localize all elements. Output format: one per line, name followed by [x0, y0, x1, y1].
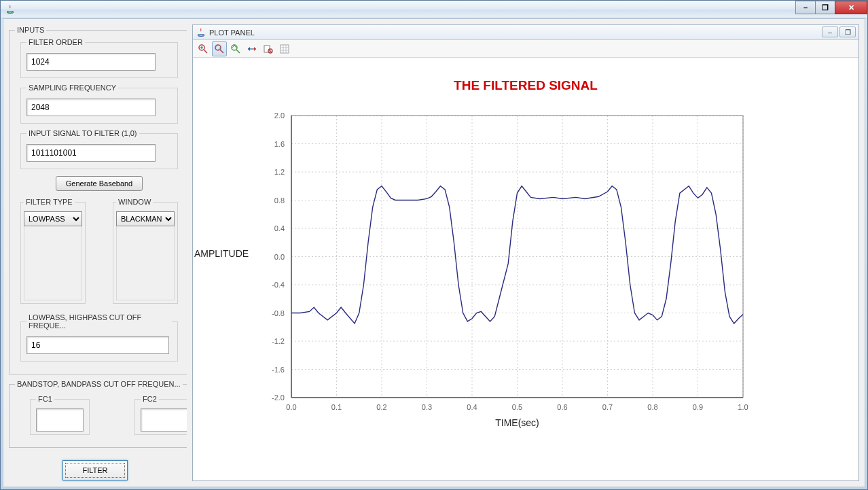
- filter-order-group: FILTER ORDER: [20, 38, 178, 78]
- svg-text:0.2: 0.2: [376, 403, 386, 411]
- svg-text:0.1: 0.1: [331, 403, 342, 411]
- svg-text:2.0: 2.0: [274, 111, 285, 120]
- java-icon: [5, 4, 16, 15]
- svg-text:-0.8: -0.8: [272, 309, 285, 317]
- svg-text:TIME(sec): TIME(sec): [495, 417, 539, 428]
- sampling-freq-group: SAMPLING FREQUENCY: [20, 84, 178, 124]
- svg-text:0.3: 0.3: [422, 403, 432, 411]
- svg-text:-1.6: -1.6: [272, 366, 285, 374]
- zoom-in-icon[interactable]: [196, 41, 211, 56]
- plot-maximize-button[interactable]: ❐: [839, 27, 856, 37]
- bandstop-fieldset: BANDSTOP, BANDPASS CUT OFF FREQUEN... FC…: [9, 380, 206, 448]
- svg-text:1.2: 1.2: [274, 168, 285, 176]
- fc1-label: FC1: [36, 395, 54, 403]
- svg-line-7: [220, 50, 223, 53]
- plot-panel-titlebar[interactable]: PLOT PANEL – ❐: [193, 25, 858, 40]
- java-icon: [196, 27, 206, 38]
- reset-icon[interactable]: [261, 41, 276, 56]
- svg-text:0.7: 0.7: [602, 403, 613, 411]
- zoom-fit-icon[interactable]: [228, 41, 243, 56]
- plot-area: PLOT PANEL – ❐ THE FILTERED SIGNAL: [187, 19, 865, 487]
- inputs-legend: INPUTS: [15, 26, 46, 34]
- svg-text:0.4: 0.4: [467, 403, 477, 411]
- window-space: [116, 226, 175, 300]
- plot-panel-window: PLOT PANEL – ❐ THE FILTERED SIGNAL: [192, 24, 859, 481]
- fc1-group: FC1: [30, 395, 90, 435]
- sampling-freq-label: SAMPLING FREQUENCY: [26, 84, 118, 92]
- minimize-button[interactable]: –: [795, 1, 816, 14]
- window-label: WINDOW: [116, 198, 153, 206]
- svg-text:0.0: 0.0: [274, 253, 285, 261]
- pan-icon[interactable]: [245, 41, 259, 56]
- svg-text:0.0: 0.0: [286, 403, 296, 411]
- chart-svg: 0.00.10.20.30.40.50.60.70.80.91.0-2.0-1.…: [193, 109, 845, 489]
- fc2-input[interactable]: [141, 408, 188, 432]
- inputs-panel: INPUTS FILTER ORDER SAMPLING FREQUENCY I…: [3, 19, 187, 487]
- app-titlebar[interactable]: – ❐ ✕: [1, 1, 867, 18]
- svg-text:0.8: 0.8: [647, 403, 657, 411]
- inputs-fieldset: INPUTS FILTER ORDER SAMPLING FREQUENCY I…: [9, 26, 189, 374]
- fc2-group: FC2: [134, 395, 194, 435]
- svg-rect-14: [264, 46, 270, 52]
- plot-toolbar: [193, 40, 858, 58]
- svg-text:-1.2: -1.2: [272, 337, 285, 345]
- svg-text:1.0: 1.0: [738, 403, 748, 411]
- svg-text:0.9: 0.9: [693, 403, 703, 411]
- close-button[interactable]: ✕: [835, 1, 867, 14]
- window-group: WINDOW BLACKMAN: [113, 198, 178, 304]
- svg-line-10: [236, 50, 240, 53]
- svg-rect-17: [281, 45, 289, 53]
- zoom-box-icon[interactable]: [212, 41, 227, 56]
- sampling-freq-input[interactable]: [26, 99, 156, 116]
- filter-type-space: [24, 226, 82, 300]
- app-window: – ❐ ✕ INPUTS FILTER ORDER SAMPLING FREQU…: [0, 0, 868, 490]
- fc1-input[interactable]: [36, 408, 84, 432]
- filter-order-input[interactable]: [26, 53, 156, 71]
- fc2-label: FC2: [141, 395, 159, 403]
- svg-text:-2.0: -2.0: [272, 393, 285, 402]
- svg-text:0.6: 0.6: [557, 403, 567, 411]
- window-controls: – ❐ ✕: [796, 1, 867, 14]
- svg-text:0.8: 0.8: [274, 196, 285, 205]
- maximize-button[interactable]: ❐: [815, 1, 835, 14]
- plot-minimize-button[interactable]: –: [822, 27, 838, 37]
- content-area: INPUTS FILTER ORDER SAMPLING FREQUENCY I…: [3, 18, 865, 487]
- window-select[interactable]: BLACKMAN: [116, 211, 175, 226]
- generate-baseband-button[interactable]: Generate Baseband: [56, 176, 143, 191]
- svg-marker-13: [254, 47, 256, 51]
- plot-region: THE FILTERED SIGNAL AMPLITUDE 0.00.10.20…: [193, 58, 858, 480]
- plot-panel-title: PLOT PANEL: [209, 29, 255, 37]
- svg-line-3: [204, 50, 207, 53]
- cutoff-lphp-input[interactable]: [26, 336, 169, 354]
- grid-icon[interactable]: [277, 41, 292, 56]
- filter-type-group: FILTER TYPE LOWPASS: [20, 198, 86, 304]
- svg-text:1.6: 1.6: [274, 140, 285, 148]
- svg-text:0.4: 0.4: [274, 224, 285, 232]
- cutoff-lphp-label: LOWPASS, HIGHPASS CUT OFF FREQUE...: [26, 313, 172, 330]
- svg-rect-8: [216, 46, 220, 50]
- svg-text:-0.4: -0.4: [272, 281, 285, 289]
- svg-text:0.5: 0.5: [512, 403, 522, 411]
- filter-order-label: FILTER ORDER: [26, 38, 85, 46]
- filter-type-label: FILTER TYPE: [24, 198, 75, 206]
- filter-type-select[interactable]: LOWPASS: [24, 211, 82, 226]
- input-signal-label: INPUT SIGNAL TO FILTER (1,0): [26, 129, 139, 137]
- cutoff-lphp-group: LOWPASS, HIGHPASS CUT OFF FREQUE...: [20, 313, 178, 362]
- svg-marker-12: [248, 47, 250, 51]
- input-signal-group: INPUT SIGNAL TO FILTER (1,0): [20, 129, 178, 169]
- bandstop-legend: BANDSTOP, BANDPASS CUT OFF FREQUEN...: [15, 380, 183, 388]
- chart-title: THE FILTERED SIGNAL: [193, 78, 858, 93]
- input-signal-input[interactable]: [26, 144, 156, 162]
- filter-button[interactable]: FILTER: [62, 460, 128, 480]
